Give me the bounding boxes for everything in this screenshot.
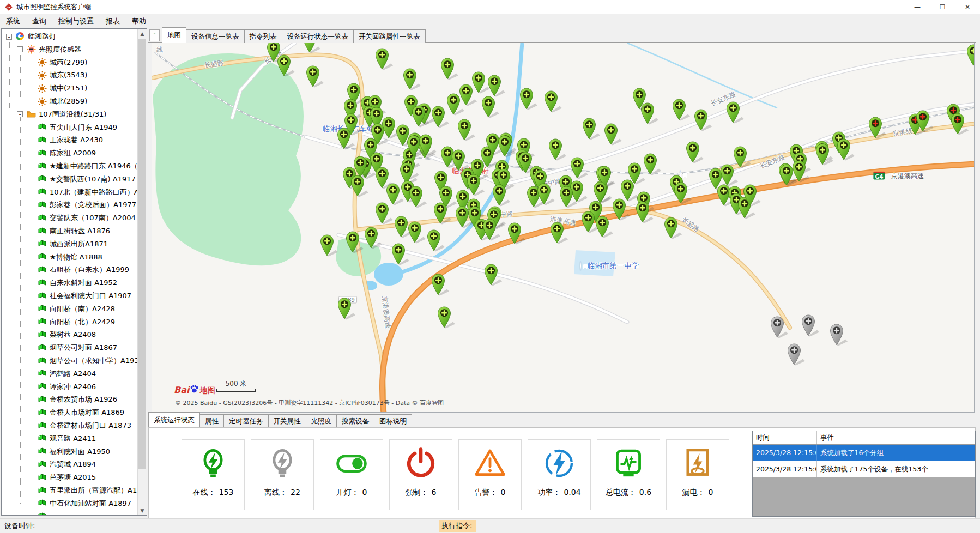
lamp-marker-alert-icon[interactable] bbox=[916, 110, 935, 132]
tree-item-device[interactable]: 五尖山大门东 A1949 bbox=[2, 121, 137, 134]
lamp-marker-online-icon[interactable] bbox=[431, 273, 451, 296]
lamp-marker-online-icon[interactable] bbox=[427, 229, 446, 252]
tree-item-device[interactable]: 福利院对面 A1950 bbox=[2, 445, 137, 458]
tree-item-device[interactable]: 烟草公司对面 A1867 bbox=[2, 341, 137, 354]
lamp-marker-online-icon[interactable] bbox=[306, 65, 325, 88]
lamp-marker-online-icon[interactable] bbox=[507, 222, 527, 245]
lamp-marker-alert-icon[interactable] bbox=[951, 112, 970, 135]
close-button[interactable]: ✕ bbox=[955, 0, 980, 14]
lamp-marker-online-icon[interactable] bbox=[674, 181, 693, 204]
lamp-marker-online-icon[interactable] bbox=[346, 231, 365, 253]
lamp-marker-online-icon[interactable] bbox=[544, 90, 564, 113]
map-view[interactable]: 线长白路长盛路临湘长途汽车站临湘市政府长安东路长安东路长安中路长盛中路港澳高速长… bbox=[152, 43, 975, 413]
tree-item-device[interactable]: 金桥建材市场门口 A1873 bbox=[2, 419, 137, 432]
lamp-marker-online-icon[interactable] bbox=[337, 127, 356, 150]
lamp-marker-online-icon[interactable] bbox=[353, 155, 373, 178]
tree-item-device[interactable]: 金桥大市场对面 A1869 bbox=[2, 406, 137, 419]
panel-tab-光照度[interactable]: 光照度 bbox=[306, 414, 337, 427]
menu-item-控制与设置[interactable]: 控制与设置 bbox=[52, 15, 100, 28]
lamp-marker-online-icon[interactable] bbox=[612, 198, 632, 221]
menu-item-查询[interactable]: 查询 bbox=[26, 15, 52, 28]
tree-item-device[interactable]: 陈家组 A2009 bbox=[2, 147, 137, 160]
lamp-marker-alert-icon[interactable] bbox=[868, 116, 888, 139]
panel-tab-图标说明[interactable]: 图标说明 bbox=[374, 414, 412, 427]
lamp-marker-online-icon[interactable] bbox=[484, 263, 504, 286]
lamp-marker-online-icon[interactable] bbox=[632, 87, 652, 110]
tree-item-device[interactable]: 五里派出所（富源汽配）A1874 bbox=[2, 484, 137, 497]
lamp-marker-online-icon[interactable] bbox=[457, 118, 477, 141]
tree-item-device[interactable]: 梨树巷 A2408 bbox=[2, 328, 137, 341]
tree-item-device[interactable]: 自来水斜对面 A1952 bbox=[2, 276, 137, 289]
tree-item-device[interactable]: 107北（建新中路路口西）A2014 bbox=[2, 186, 137, 199]
lamp-marker-online-icon[interactable] bbox=[664, 216, 683, 239]
lamp-marker-online-icon[interactable] bbox=[582, 117, 602, 140]
lamp-marker-online-icon[interactable] bbox=[604, 123, 624, 146]
tree-item-device[interactable]: 城北(2859) bbox=[2, 95, 137, 108]
lamp-marker-online-icon[interactable] bbox=[498, 135, 517, 158]
tree-item-device[interactable]: 城东(3543) bbox=[2, 69, 137, 82]
lamp-marker-online-icon[interactable] bbox=[375, 202, 395, 225]
column-header-event[interactable]: 事件 bbox=[817, 431, 975, 444]
column-header-time[interactable]: 时间 bbox=[753, 431, 817, 444]
lamp-marker-online-icon[interactable] bbox=[303, 43, 322, 53]
lamp-marker-online-icon[interactable] bbox=[403, 68, 422, 90]
tree-item-device[interactable]: ★交警队西(107南) A1917 bbox=[2, 173, 137, 186]
lamp-marker-online-icon[interactable] bbox=[726, 101, 746, 124]
menu-item-报表[interactable]: 报表 bbox=[100, 15, 126, 28]
lamp-marker-online-icon[interactable] bbox=[409, 185, 428, 208]
lamp-marker-online-icon[interactable] bbox=[487, 74, 507, 97]
lamp-marker-offline-icon[interactable] bbox=[801, 314, 821, 337]
lamp-marker-online-icon[interactable] bbox=[391, 243, 411, 265]
tree-scrollbar-thumb[interactable] bbox=[138, 39, 146, 469]
lamp-marker-offline-icon[interactable] bbox=[787, 343, 807, 366]
tab-设备信息一览表[interactable]: 设备信息一览表 bbox=[186, 29, 245, 43]
lamp-marker-online-icon[interactable] bbox=[792, 160, 812, 183]
tree-item-device[interactable]: 观音路 A2411 bbox=[2, 432, 137, 445]
lamp-marker-online-icon[interactable] bbox=[408, 221, 427, 244]
lamp-marker-online-icon[interactable] bbox=[686, 141, 705, 163]
panel-tab-开关属性[interactable]: 开关属性 bbox=[268, 414, 306, 427]
lamp-marker-online-icon[interactable] bbox=[720, 163, 740, 186]
lamp-marker-online-icon[interactable] bbox=[437, 306, 457, 329]
scroll-down-arrow-icon[interactable]: ▼ bbox=[138, 506, 147, 515]
lamp-marker-online-icon[interactable] bbox=[519, 87, 539, 110]
lamp-marker-online-icon[interactable] bbox=[481, 95, 501, 118]
maximize-button[interactable]: ☐ bbox=[930, 0, 955, 14]
lamp-marker-offline-icon[interactable] bbox=[770, 316, 790, 338]
lamp-marker-online-icon[interactable] bbox=[636, 201, 655, 223]
lamp-marker-online-icon[interactable] bbox=[550, 221, 570, 244]
lamp-marker-online-icon[interactable] bbox=[672, 98, 692, 121]
lamp-marker-online-icon[interactable] bbox=[694, 108, 713, 131]
tree-item-device[interactable]: 汽贸城 A1894 bbox=[2, 458, 137, 471]
tree-item-device[interactable] bbox=[2, 510, 137, 515]
tree-item-device[interactable]: 金桥农贸市场 A1926 bbox=[2, 393, 137, 406]
tree-item-device[interactable]: 城中(2151) bbox=[2, 82, 137, 95]
tree-scrollbar[interactable]: ▲ ▼ bbox=[137, 29, 147, 515]
tab-开关回路属性一览表[interactable]: 开关回路属性一览表 bbox=[353, 29, 426, 43]
lamp-marker-online-icon[interactable] bbox=[431, 105, 451, 128]
lamp-marker-online-icon[interactable] bbox=[492, 184, 512, 207]
tree-item-group[interactable]: -光照度传感器 bbox=[2, 43, 137, 56]
lamp-marker-online-icon[interactable] bbox=[337, 297, 357, 320]
lamp-marker-online-icon[interactable] bbox=[320, 234, 340, 257]
lamp-marker-online-icon[interactable] bbox=[537, 183, 556, 205]
tree-item-device[interactable]: 烟草公司（求知中学）A1933 bbox=[2, 354, 137, 367]
tree-item-device[interactable]: 向阳桥（北）A2429 bbox=[2, 316, 137, 329]
lamp-marker-offline-icon[interactable] bbox=[830, 323, 849, 346]
menu-item-帮助[interactable]: 帮助 bbox=[126, 15, 152, 28]
tree-item-device[interactable]: 芭茅塘 A2015 bbox=[2, 471, 137, 484]
event-log-row[interactable]: 2025/3/28 12:15:08系统加载了175个设备，在线153个 bbox=[753, 461, 975, 477]
tree-item-device[interactable]: ★建新中路路口东 A1946（辅道灯） bbox=[2, 160, 137, 173]
tree-item-device[interactable]: 社会福利院大门口 A1907 bbox=[2, 289, 137, 302]
lamp-marker-online-icon[interactable] bbox=[966, 44, 975, 66]
tree-item-device[interactable]: 王家珑巷 A2430 bbox=[2, 134, 137, 147]
lamp-marker-online-icon[interactable] bbox=[743, 184, 763, 207]
panel-tab-定时器任务[interactable]: 定时器任务 bbox=[223, 414, 269, 427]
tab-设备运行状态一览表[interactable]: 设备运行状态一览表 bbox=[282, 29, 354, 43]
tab-scroll-button[interactable]: ˄ bbox=[149, 29, 160, 41]
lamp-marker-online-icon[interactable] bbox=[837, 138, 856, 161]
lamp-marker-online-icon[interactable] bbox=[595, 215, 615, 238]
tree-item-device[interactable]: 南正街转盘 A1876 bbox=[2, 225, 137, 238]
tree-item-device[interactable]: 石咀桥（自来水）A1999 bbox=[2, 263, 137, 276]
menu-item-系统[interactable]: 系统 bbox=[0, 15, 26, 28]
